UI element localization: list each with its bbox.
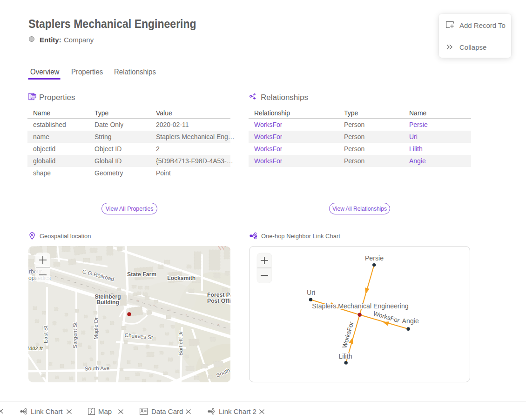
svg-text:Bartlett Dr: Bartlett Dr bbox=[177, 331, 184, 355]
svg-text:1002 ft: 1002 ft bbox=[28, 346, 43, 351]
svg-text:Post Offic: Post Offic bbox=[207, 298, 230, 304]
svg-text:Persie: Persie bbox=[365, 254, 384, 262]
svg-text:Sargent St: Sargent St bbox=[72, 322, 78, 348]
svg-text:Uri: Uri bbox=[307, 289, 315, 296]
svg-text:WorksFor: WorksFor bbox=[341, 320, 355, 349]
svg-text:Building: Building bbox=[96, 299, 119, 306]
svg-text:East St: East St bbox=[42, 325, 49, 343]
svg-text:Maple Dr: Maple Dr bbox=[93, 317, 99, 340]
svg-text:State Farm: State Farm bbox=[127, 271, 156, 278]
svg-text:Staplers Mechanical Engineerin: Staplers Mechanical Engineering bbox=[312, 302, 408, 310]
svg-text:South Ave: South Ave bbox=[85, 365, 110, 372]
svg-text:Lilith: Lilith bbox=[338, 353, 352, 360]
svg-text:Angie: Angie bbox=[402, 317, 419, 325]
svg-text:Locksmith: Locksmith bbox=[167, 275, 196, 281]
